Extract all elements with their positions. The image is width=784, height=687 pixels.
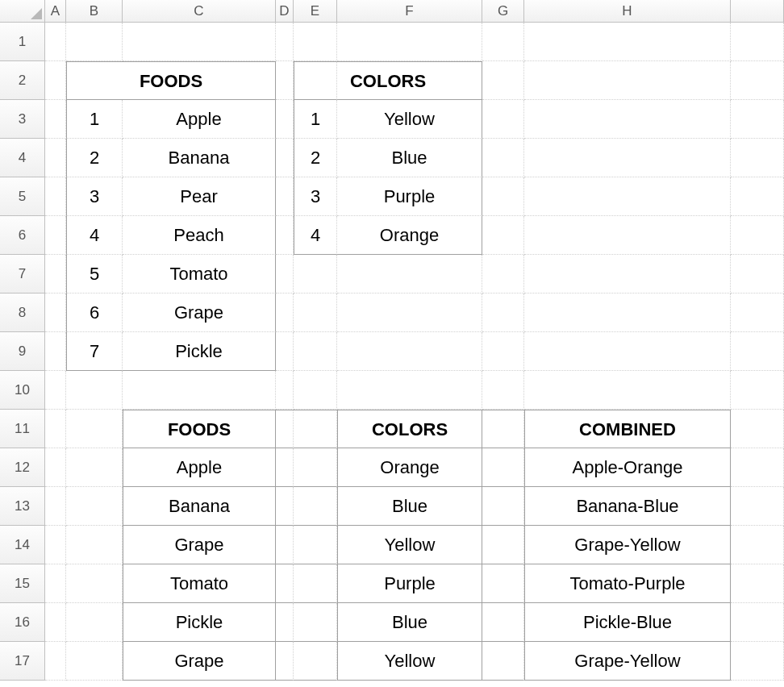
- combined-gap-g-1[interactable]: [482, 487, 524, 526]
- foods-num-6[interactable]: 7: [66, 332, 123, 371]
- combined-gap-e-4[interactable]: [294, 603, 337, 642]
- cell-pad[interactable]: [731, 255, 784, 294]
- cell-pad[interactable]: [731, 294, 784, 332]
- combined-combo-5[interactable]: Grape-Yellow: [524, 642, 731, 681]
- cell-G4[interactable]: [482, 139, 524, 177]
- cell-D1[interactable]: [276, 23, 294, 61]
- combined-gap-g-3[interactable]: [482, 564, 524, 603]
- combined-food-0[interactable]: Apple: [123, 448, 276, 487]
- grid-body[interactable]: FOODSCOLORS1Apple1Yellow2Banana2Blue3Pea…: [45, 23, 784, 687]
- foods-name-3[interactable]: Peach: [123, 216, 276, 255]
- combined-gap-e-5[interactable]: [294, 642, 337, 681]
- cell-pad[interactable]: [731, 23, 784, 61]
- cell-F9[interactable]: [337, 332, 482, 371]
- cell-A5[interactable]: [45, 177, 66, 216]
- cell-A15[interactable]: [45, 564, 66, 603]
- combined-combo-1[interactable]: Banana-Blue: [524, 487, 731, 526]
- cell-D6[interactable]: [276, 216, 294, 255]
- foods-num-0[interactable]: 1: [66, 100, 123, 139]
- cell-H4[interactable]: [524, 139, 731, 177]
- foods-num-4[interactable]: 5: [66, 255, 123, 294]
- row-header-14[interactable]: 14: [0, 526, 45, 564]
- cell-G7[interactable]: [482, 255, 524, 294]
- combined-color-1[interactable]: Blue: [337, 487, 482, 526]
- spreadsheet[interactable]: ABCDEFGH 1234567891011121314151617 FOODS…: [0, 0, 784, 687]
- cell-A16[interactable]: [45, 603, 66, 642]
- col-header-C[interactable]: C: [123, 0, 276, 23]
- foods-name-6[interactable]: Pickle: [123, 332, 276, 371]
- colors-num-3[interactable]: 4: [294, 216, 337, 255]
- cell-D10[interactable]: [276, 371, 294, 410]
- foods-name-4[interactable]: Tomato: [123, 255, 276, 294]
- row-header-8[interactable]: 8: [0, 294, 45, 332]
- foods-header-cell[interactable]: [66, 61, 123, 100]
- colors-header-cell[interactable]: [294, 61, 337, 100]
- cell-A9[interactable]: [45, 332, 66, 371]
- cell-G5[interactable]: [482, 177, 524, 216]
- foods-name-2[interactable]: Pear: [123, 177, 276, 216]
- combined-gap-g-4[interactable]: [482, 603, 524, 642]
- combined-gap-d-3[interactable]: [276, 564, 294, 603]
- cell-pad[interactable]: [731, 448, 784, 487]
- col-header-E[interactable]: E: [294, 0, 337, 23]
- foods-name-1[interactable]: Banana: [123, 139, 276, 177]
- cell-H2[interactable]: [524, 61, 731, 100]
- cell-E8[interactable]: [294, 294, 337, 332]
- cell-F1[interactable]: [337, 23, 482, 61]
- cell-pad[interactable]: [731, 603, 784, 642]
- foods-num-1[interactable]: 2: [66, 139, 123, 177]
- colors-name-2[interactable]: Purple: [337, 177, 482, 216]
- foods-num-2[interactable]: 3: [66, 177, 123, 216]
- cell-H8[interactable]: [524, 294, 731, 332]
- foods-name-5[interactable]: Grape: [123, 294, 276, 332]
- cell-D2[interactable]: [276, 61, 294, 100]
- colors-name-1[interactable]: Blue: [337, 139, 482, 177]
- cell-A8[interactable]: [45, 294, 66, 332]
- colors-num-1[interactable]: 2: [294, 139, 337, 177]
- col-header-H[interactable]: H: [524, 0, 731, 23]
- colors-num-2[interactable]: 3: [294, 177, 337, 216]
- combined-gap-e-2[interactable]: [294, 526, 337, 564]
- combined-food-5[interactable]: Grape: [123, 642, 276, 681]
- cell-A11[interactable]: [45, 410, 66, 448]
- cell-B14[interactable]: [66, 526, 123, 564]
- row-header-12[interactable]: 12: [0, 448, 45, 487]
- cell-G8[interactable]: [482, 294, 524, 332]
- cell-G1[interactable]: [482, 23, 524, 61]
- cell-A1[interactable]: [45, 23, 66, 61]
- col-header-G[interactable]: G: [482, 0, 524, 23]
- combined-gap-g[interactable]: [482, 410, 524, 448]
- cell-pad[interactable]: [731, 564, 784, 603]
- cell-A6[interactable]: [45, 216, 66, 255]
- cell-F7[interactable]: [337, 255, 482, 294]
- cell-A17[interactable]: [45, 642, 66, 681]
- cell-G9[interactable]: [482, 332, 524, 371]
- row-header-2[interactable]: 2: [0, 61, 45, 100]
- cell-F10[interactable]: [337, 371, 482, 410]
- combined-combo-0[interactable]: Apple-Orange: [524, 448, 731, 487]
- combined-gap-e-3[interactable]: [294, 564, 337, 603]
- combined-color-4[interactable]: Blue: [337, 603, 482, 642]
- cell-A14[interactable]: [45, 526, 66, 564]
- cell-pad[interactable]: [731, 642, 784, 681]
- row-header-1[interactable]: 1: [0, 23, 45, 61]
- cell-B15[interactable]: [66, 564, 123, 603]
- col-header-B[interactable]: B: [66, 0, 123, 23]
- cell-E1[interactable]: [294, 23, 337, 61]
- row-header-5[interactable]: 5: [0, 177, 45, 216]
- combined-foods-header[interactable]: FOODS: [123, 410, 276, 448]
- row-header-7[interactable]: 7: [0, 255, 45, 294]
- cell-A3[interactable]: [45, 100, 66, 139]
- cell-C1[interactable]: [123, 23, 276, 61]
- cell-H9[interactable]: [524, 332, 731, 371]
- cell-B10[interactable]: [66, 371, 123, 410]
- cell-A10[interactable]: [45, 371, 66, 410]
- cell-H7[interactable]: [524, 255, 731, 294]
- colors-name-3[interactable]: Orange: [337, 216, 482, 255]
- cell-B17[interactable]: [66, 642, 123, 681]
- cell-pad[interactable]: [731, 371, 784, 410]
- combined-gap-g-0[interactable]: [482, 448, 524, 487]
- combined-color-2[interactable]: Yellow: [337, 526, 482, 564]
- row-header-9[interactable]: 9: [0, 332, 45, 371]
- cell-C10[interactable]: [123, 371, 276, 410]
